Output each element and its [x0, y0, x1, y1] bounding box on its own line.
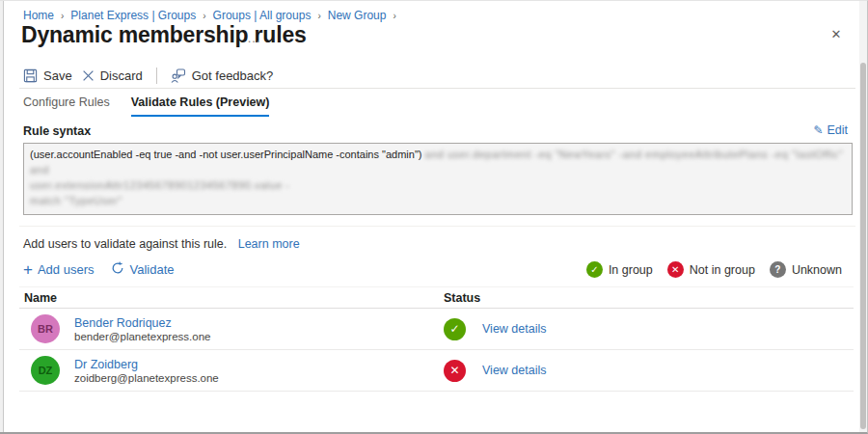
- validate-button[interactable]: Validate: [111, 261, 174, 278]
- legend-unknown: ? Unknown: [770, 261, 842, 278]
- chevron-right-icon: ›: [61, 11, 64, 21]
- status-legend: ✓ In group ✕ Not in group ? Unknown: [586, 261, 842, 278]
- breadcrumb-home[interactable]: Home: [23, 9, 54, 22]
- user-email: zoidberg@planetexpress.one: [74, 372, 219, 384]
- section-divider: [19, 226, 855, 227]
- save-label: Save: [43, 68, 72, 83]
- rule-syntax-label: Rule syntax: [23, 124, 91, 138]
- toolbar-divider: [19, 88, 855, 89]
- feedback-label: Got feedback?: [192, 68, 274, 83]
- legend-label: In group: [609, 263, 653, 277]
- table-row[interactable]: BR Bender Rodriquez bender@planetexpress…: [19, 309, 854, 350]
- panel-left-edge: [0, 1, 4, 432]
- legend-label: Not in group: [690, 263, 755, 277]
- close-icon[interactable]: ✕: [827, 25, 845, 42]
- breadcrumb-planet-express-groups[interactable]: Planet Express | Groups: [70, 9, 196, 22]
- user-email: bender@planetexpress.one: [74, 331, 210, 342]
- pencil-icon: ✎: [813, 123, 823, 137]
- table-header-row: Name Status: [19, 286, 854, 309]
- edit-rule-button[interactable]: ✎ Edit: [813, 123, 848, 137]
- legend-in-group: ✓ In group: [586, 261, 653, 278]
- avatar: DZ: [31, 356, 60, 385]
- rule-syntax-redacted-text: user.extensionAttr12345678901234567890.v…: [30, 177, 319, 208]
- feedback-person-icon: [171, 68, 186, 83]
- tab-strip: Configure Rules Validate Rules (Preview): [23, 95, 269, 117]
- title-overflow-ellipsis: …: [247, 30, 261, 45]
- command-bar: Save Discard Got feedback?: [23, 65, 273, 86]
- breadcrumb: Home › Planet Express | Groups › Groups …: [23, 9, 396, 22]
- in-group-check-icon: ✓: [444, 318, 466, 340]
- view-details-link[interactable]: View details: [482, 364, 546, 377]
- refresh-icon: [111, 261, 124, 278]
- legend-not-in-group: ✕ Not in group: [667, 261, 755, 278]
- add-users-label: Add users: [38, 262, 95, 277]
- avatar: BR: [31, 314, 60, 343]
- chevron-right-icon: ›: [203, 11, 205, 21]
- tab-validate-rules-preview[interactable]: Validate Rules (Preview): [131, 95, 270, 117]
- legend-label: Unknown: [792, 263, 842, 277]
- validate-description-text: Add users to validate against this rule.: [23, 237, 227, 251]
- breadcrumb-new-group[interactable]: New Group: [328, 9, 387, 22]
- save-button[interactable]: Save: [23, 68, 72, 83]
- edit-label: Edit: [827, 123, 848, 137]
- validate-description: Add users to validate against this rule.…: [23, 237, 300, 251]
- toolbar-separator: [156, 68, 157, 84]
- chevron-right-icon: ›: [393, 11, 395, 21]
- column-header-name[interactable]: Name: [19, 291, 444, 305]
- rule-syntax-text: (user.accountEnabled -eq true -and -not …: [30, 149, 421, 160]
- tab-configure-rules[interactable]: Configure Rules: [23, 95, 110, 117]
- not-in-group-x-icon: ✕: [667, 261, 684, 278]
- learn-more-link[interactable]: Learn more: [238, 237, 300, 251]
- view-details-link[interactable]: View details: [482, 322, 546, 336]
- unknown-question-icon: ?: [770, 261, 786, 278]
- validate-actions: + Add users Validate: [23, 261, 175, 278]
- discard-x-icon: [82, 69, 95, 82]
- status-cell: ✓ View details: [444, 318, 854, 340]
- breadcrumb-groups-all-groups[interactable]: Groups | All groups: [213, 9, 312, 22]
- got-feedback-button[interactable]: Got feedback?: [171, 68, 274, 83]
- chevron-right-icon: ›: [317, 11, 320, 21]
- user-name-cell: DZ Dr Zoidberg zoidberg@planetexpress.on…: [19, 356, 444, 385]
- rule-syntax-textbox[interactable]: (user.accountEnabled -eq true -and -not …: [23, 143, 853, 215]
- scrollbar-thumb[interactable]: [860, 63, 866, 429]
- plus-icon: +: [23, 263, 33, 277]
- validate-label: Validate: [129, 262, 174, 277]
- column-header-status[interactable]: Status: [444, 291, 854, 305]
- user-name-link[interactable]: Bender Rodriquez: [74, 316, 210, 330]
- add-users-button[interactable]: + Add users: [23, 262, 94, 277]
- vertical-scrollbar[interactable]: [859, 1, 867, 432]
- dynamic-membership-rules-panel: Home › Planet Express | Groups › Groups …: [0, 0, 868, 434]
- validation-results-table: Name Status BR Bender Rodriquez bender@p…: [19, 286, 854, 392]
- status-cell: ✕ View details: [444, 360, 854, 382]
- table-row[interactable]: DZ Dr Zoidberg zoidberg@planetexpress.on…: [19, 350, 854, 392]
- user-name-link[interactable]: Dr Zoidberg: [74, 358, 219, 371]
- page-title: Dynamic membership rules: [21, 22, 307, 48]
- in-group-check-icon: ✓: [586, 261, 603, 278]
- not-in-group-x-icon: ✕: [444, 360, 466, 382]
- user-name-cell: BR Bender Rodriquez bender@planetexpress…: [19, 314, 444, 343]
- discard-label: Discard: [100, 68, 143, 83]
- save-floppy-icon: [23, 68, 38, 83]
- discard-button[interactable]: Discard: [82, 68, 143, 83]
